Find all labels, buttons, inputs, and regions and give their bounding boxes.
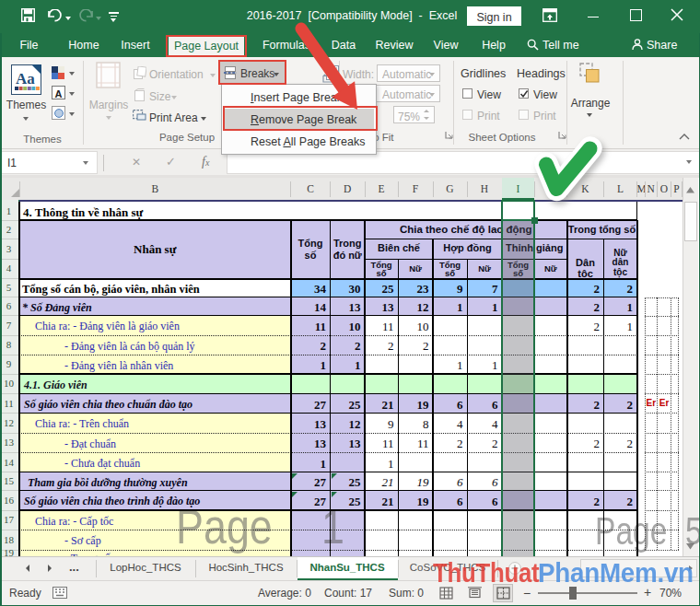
svg-text:Aa: Aa bbox=[16, 70, 35, 87]
